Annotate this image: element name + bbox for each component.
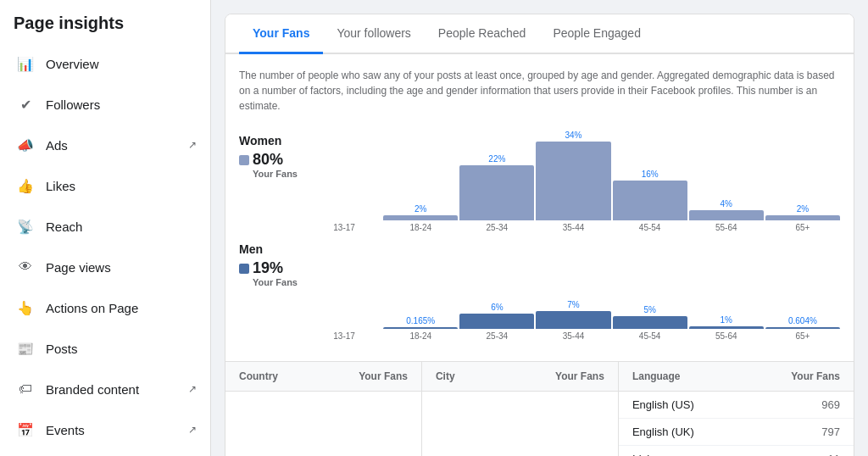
bar-group: 2%65+ (765, 131, 840, 232)
bar-pct-label: 2% (797, 204, 809, 214)
men-sub: Your Fans (253, 277, 307, 287)
bar-group: 13-17 (307, 239, 381, 341)
sidebar: Page insights 📊Overview✔Followers📣Ads↗👍L… (0, 0, 211, 456)
bar-group: 0.604%65+ (765, 239, 840, 341)
sidebar-item-actions-on-page[interactable]: 👆Actions on Page (0, 287, 210, 328)
language-value: 969 (821, 398, 840, 411)
bar-age-label: 65+ (795, 223, 810, 232)
city-table-body (422, 392, 618, 456)
sidebar-item-events[interactable]: 📅Events↗ (0, 409, 210, 450)
actions-on-page-label: Actions on Page (46, 301, 197, 315)
women-gender-label: Women (239, 134, 307, 147)
women-color-box (239, 155, 249, 165)
sidebar-item-videos[interactable]: ▶Videos (0, 450, 210, 456)
bar-pct-label: 6% (491, 303, 503, 312)
men-gender-label: Men (239, 242, 307, 256)
events-label: Events (46, 423, 188, 437)
reach-label: Reach (46, 220, 197, 234)
women-chart-section: Women 80% Your Fans 13-172%18-2422%25-34… (239, 131, 840, 232)
posts-icon: 📰 (14, 336, 37, 360)
language-name: English (US) (632, 398, 694, 411)
bar-pct-label: 0.165% (406, 316, 435, 325)
sidebar-item-branded-content[interactable]: 🏷Branded content↗ (0, 369, 210, 409)
bar-group: 4%55-64 (689, 131, 764, 232)
bar-age-label: 18-24 (409, 223, 431, 232)
bar-pct-label: 1% (721, 315, 732, 325)
bar-rect (689, 210, 764, 220)
sidebar-item-posts[interactable]: 📰Posts (0, 328, 210, 369)
chart-area: The number of people who saw any of your… (225, 54, 854, 361)
bar-rect (613, 316, 687, 329)
tab-your-fans[interactable]: Your Fans (239, 14, 323, 54)
sidebar-item-page-views[interactable]: 👁Page views (0, 247, 210, 287)
language-value: 797 (821, 425, 840, 438)
bar-pct-label: 34% (565, 131, 581, 140)
bar-group: 13-17 (307, 131, 381, 232)
bar-group: 6%25-34 (459, 239, 534, 341)
sidebar-item-followers[interactable]: ✔Followers (0, 84, 210, 125)
bar-age-label: 25-34 (487, 223, 509, 232)
page-views-label: Page views (46, 260, 197, 275)
overview-label: Overview (46, 57, 197, 71)
bar-rect (765, 215, 840, 220)
sidebar-item-ads[interactable]: 📣Ads↗ (0, 125, 210, 165)
city-col-header: City (436, 370, 455, 382)
tab-bar: Your FansYour followersPeople ReachedPeo… (225, 14, 854, 54)
bar-age-label: 45-54 (639, 331, 661, 341)
sidebar-item-overview[interactable]: 📊Overview (0, 43, 210, 84)
table-row: English (US)969 (619, 392, 854, 419)
bar-age-label: 13-17 (333, 331, 355, 341)
bar-age-label: 25-34 (487, 331, 509, 341)
language-col-header: Language (632, 370, 681, 382)
page-views-icon: 👁 (14, 255, 37, 279)
bar-pct-label: 2% (415, 204, 426, 214)
bar-group: 34%35-44 (536, 131, 610, 232)
events-external-icon: ↗ (188, 424, 197, 436)
chart-description: The number of people who saw any of your… (239, 68, 840, 114)
sidebar-item-reach[interactable]: 📡Reach (0, 206, 210, 247)
language-fans-header: Your Fans (791, 370, 840, 382)
bar-group: 1%55-64 (689, 239, 764, 341)
sidebar-title: Page insights (0, 0, 210, 43)
women-label: Women 80% Your Fans (239, 131, 307, 232)
city-fans-header: Your Fans (555, 370, 604, 382)
women-bars-container: 13-172%18-2422%25-3434%35-4416%45-544%55… (307, 131, 840, 232)
branded-content-external-icon: ↗ (188, 383, 197, 395)
language-table: Language Your Fans English (US)969Englis… (619, 362, 854, 456)
branded-content-icon: 🏷 (14, 377, 37, 401)
main-content: Your FansYour followersPeople ReachedPeo… (211, 0, 868, 456)
bar-pct-label: 4% (721, 199, 732, 209)
ads-label: Ads (46, 138, 188, 153)
bar-pct-label: 0.604% (788, 316, 817, 325)
bar-age-label: 18-24 (409, 331, 431, 341)
country-table: Country Your Fans (225, 362, 422, 456)
insights-card: Your FansYour followersPeople ReachedPeo… (225, 14, 854, 456)
bar-group: 5%45-54 (613, 239, 687, 341)
language-table-header: Language Your Fans (619, 362, 854, 392)
bar-rect (459, 165, 534, 220)
likes-label: Likes (46, 179, 197, 193)
men-color-box (239, 264, 249, 274)
bar-age-label: 65+ (795, 331, 810, 341)
events-icon: 📅 (14, 418, 37, 442)
bar-pct-label: 7% (567, 300, 579, 309)
country-table-body (225, 392, 421, 456)
ads-external-icon: ↗ (188, 139, 197, 151)
likes-icon: 👍 (14, 174, 37, 197)
men-pct: 19% (253, 259, 283, 277)
sidebar-item-likes[interactable]: 👍Likes (0, 165, 210, 206)
men-label: Men 19% Your Fans (239, 239, 307, 341)
table-row: English (UK)797 (619, 419, 854, 446)
actions-on-page-icon: 👆 (14, 296, 37, 320)
tables-area: Country Your Fans City Your Fans Languag… (225, 361, 854, 456)
language-name: Irish (632, 453, 654, 456)
language-name: English (UK) (632, 425, 694, 438)
men-chart-section: Men 19% Your Fans 13-170.165%18-246%25-3… (239, 239, 840, 341)
ads-icon: 📣 (14, 133, 37, 157)
tab-people-reached[interactable]: People Reached (425, 14, 540, 54)
tab-your-followers[interactable]: Your followers (323, 14, 424, 54)
bar-pct-label: 22% (488, 154, 505, 164)
bar-age-label: 13-17 (333, 223, 355, 232)
bar-age-label: 55-64 (715, 331, 737, 341)
tab-people-engaged[interactable]: People Engaged (539, 14, 654, 54)
